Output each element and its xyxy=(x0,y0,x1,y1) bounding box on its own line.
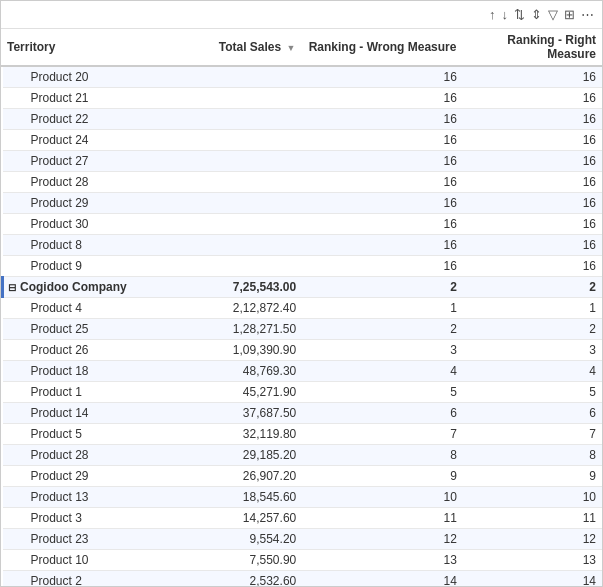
tbody-wrapper[interactable]: Product 201616Product 211616Product 2216… xyxy=(1,67,602,586)
table-row: Product 261,09,390.9033 xyxy=(3,340,603,361)
data-table: Product 201616Product 211616Product 2216… xyxy=(1,67,602,586)
cell-territory: Product 25 xyxy=(3,319,174,340)
cell-wrong-measure: 8 xyxy=(302,445,463,466)
col-right-measure[interactable]: Ranking - Right Measure xyxy=(462,29,602,66)
col-total-sales[interactable]: Total Sales ▼ xyxy=(173,29,302,66)
cell-wrong-measure: 16 xyxy=(302,109,463,130)
grid-icon[interactable]: ⊞ xyxy=(564,7,575,22)
cell-total-sales: 7,25,543.00 xyxy=(174,277,302,298)
table-row: Product 1848,769.3044 xyxy=(3,361,603,382)
table-row: Product 107,550.901313 xyxy=(3,550,603,571)
sort-asc-icon[interactable]: ↑ xyxy=(489,7,496,22)
cell-wrong-measure: 16 xyxy=(302,235,463,256)
cell-right-measure: 5 xyxy=(463,382,602,403)
cell-right-measure: 4 xyxy=(463,361,602,382)
table-row: Product 221616 xyxy=(3,109,603,130)
cell-right-measure: 6 xyxy=(463,403,602,424)
cell-total-sales: 37,687.50 xyxy=(174,403,302,424)
cell-right-measure: 16 xyxy=(463,256,602,277)
filter-icon[interactable]: ▽ xyxy=(548,7,558,22)
cell-wrong-measure: 13 xyxy=(302,550,463,571)
cell-total-sales: 7,550.90 xyxy=(174,550,302,571)
cell-total-sales xyxy=(174,235,302,256)
cell-territory: Product 4 xyxy=(3,298,174,319)
cell-total-sales: 45,271.90 xyxy=(174,382,302,403)
table-row: Product 81616 xyxy=(3,235,603,256)
cell-total-sales xyxy=(174,88,302,109)
cell-wrong-measure: 9 xyxy=(302,466,463,487)
table-row: Product 91616 xyxy=(3,256,603,277)
cell-territory: Product 18 xyxy=(3,361,174,382)
cell-right-measure: 16 xyxy=(463,130,602,151)
cell-territory: Product 8 xyxy=(3,235,174,256)
cell-right-measure: 1 xyxy=(463,298,602,319)
cell-wrong-measure: 16 xyxy=(302,214,463,235)
cell-right-measure: 2 xyxy=(463,319,602,340)
table-row: Product 271616 xyxy=(3,151,603,172)
table-row: Product 281616 xyxy=(3,172,603,193)
cell-total-sales: 26,907.20 xyxy=(174,466,302,487)
sort-both-icon[interactable]: ⇅ xyxy=(514,7,525,22)
cell-total-sales xyxy=(174,151,302,172)
cell-wrong-measure: 11 xyxy=(302,508,463,529)
cell-total-sales: 18,545.60 xyxy=(174,487,302,508)
cell-territory: Product 14 xyxy=(3,403,174,424)
header-table: Territory Total Sales ▼ Ranking - Wrong … xyxy=(1,29,602,67)
cell-territory: Product 21 xyxy=(3,88,174,109)
table-row: Product 301616 xyxy=(3,214,603,235)
cell-total-sales xyxy=(174,172,302,193)
cell-total-sales: 9,554.20 xyxy=(174,529,302,550)
col-wrong-measure[interactable]: Ranking - Wrong Measure xyxy=(301,29,462,66)
cell-right-measure: 16 xyxy=(463,172,602,193)
cell-wrong-measure: 3 xyxy=(302,340,463,361)
table-row: Product 22,532.601414 xyxy=(3,571,603,587)
cell-wrong-measure: 7 xyxy=(302,424,463,445)
cell-territory: Product 24 xyxy=(3,130,174,151)
col-territory[interactable]: Territory xyxy=(1,29,173,66)
cell-total-sales: 2,12,872.40 xyxy=(174,298,302,319)
cell-wrong-measure: 16 xyxy=(302,130,463,151)
cell-total-sales xyxy=(174,109,302,130)
cell-territory: Product 29 xyxy=(3,193,174,214)
cell-territory: Product 1 xyxy=(3,382,174,403)
cell-territory: Product 27 xyxy=(3,151,174,172)
main-container: ↑ ↓ ⇅ ⇕ ▽ ⊞ ⋯ Territory Total Sales ▼ xyxy=(0,0,603,587)
cell-right-measure: 7 xyxy=(463,424,602,445)
table-row: Product 251,28,271.5022 xyxy=(3,319,603,340)
cell-total-sales xyxy=(174,193,302,214)
table-row: Product 211616 xyxy=(3,88,603,109)
more-icon[interactable]: ⋯ xyxy=(581,7,594,22)
cell-wrong-measure: 2 xyxy=(302,277,463,298)
cell-right-measure: 8 xyxy=(463,445,602,466)
sort-desc-icon[interactable]: ↓ xyxy=(502,7,509,22)
cell-total-sales: 32,119.80 xyxy=(174,424,302,445)
cell-right-measure: 16 xyxy=(463,151,602,172)
cell-total-sales: 1,09,390.90 xyxy=(174,340,302,361)
table-row: ⊟Cogidoo Company7,25,543.0022 xyxy=(3,277,603,298)
expand-icon[interactable]: ⇕ xyxy=(531,7,542,22)
toolbar: ↑ ↓ ⇅ ⇕ ▽ ⊞ ⋯ xyxy=(1,1,602,29)
cell-wrong-measure: 5 xyxy=(302,382,463,403)
cell-right-measure: 16 xyxy=(463,214,602,235)
filter-dropdown-icon[interactable]: ▼ xyxy=(287,43,296,53)
cell-right-measure: 11 xyxy=(463,508,602,529)
table-container: Territory Total Sales ▼ Ranking - Wrong … xyxy=(1,29,602,586)
cell-right-measure: 12 xyxy=(463,529,602,550)
cell-right-measure: 9 xyxy=(463,466,602,487)
cell-territory: Product 23 xyxy=(3,529,174,550)
cell-territory: Product 2 xyxy=(3,571,174,587)
cell-wrong-measure: 16 xyxy=(302,172,463,193)
cell-right-measure: 16 xyxy=(463,193,602,214)
cell-wrong-measure: 1 xyxy=(302,298,463,319)
cell-territory: Product 13 xyxy=(3,487,174,508)
cell-territory: Product 28 xyxy=(3,172,174,193)
cell-territory: Product 22 xyxy=(3,109,174,130)
cell-wrong-measure: 14 xyxy=(302,571,463,587)
cell-right-measure: 10 xyxy=(463,487,602,508)
cell-wrong-measure: 16 xyxy=(302,193,463,214)
cell-wrong-measure: 16 xyxy=(302,256,463,277)
cell-territory: Product 28 xyxy=(3,445,174,466)
cell-territory: Product 26 xyxy=(3,340,174,361)
cell-wrong-measure: 6 xyxy=(302,403,463,424)
cell-wrong-measure: 16 xyxy=(302,151,463,172)
